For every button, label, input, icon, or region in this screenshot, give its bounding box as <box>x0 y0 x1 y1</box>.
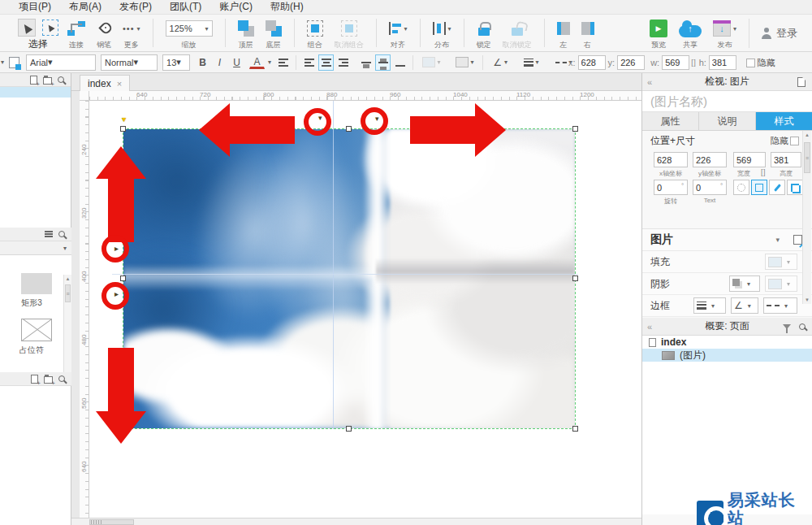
search-icon[interactable] <box>58 375 65 382</box>
search-icon[interactable] <box>58 231 65 237</box>
font-family-select[interactable]: Arial <box>26 54 96 71</box>
underline-button[interactable]: U <box>229 54 244 71</box>
resize-handle-w[interactable] <box>120 276 126 281</box>
resize-handle-ne[interactable] <box>572 126 578 132</box>
close-tab-icon[interactable]: × <box>117 79 122 89</box>
tab-properties[interactable]: 属性 <box>642 112 699 130</box>
zoom-select[interactable]: 125% <box>166 20 213 37</box>
valign-middle-button[interactable] <box>375 54 391 71</box>
scroll-up-icon[interactable]: ▲ <box>64 275 71 283</box>
x-input[interactable] <box>578 55 606 70</box>
group-button[interactable]: 组合 <box>301 15 329 51</box>
width-input[interactable] <box>662 55 689 70</box>
hide-checkbox[interactable] <box>746 59 755 67</box>
shadow-select[interactable] <box>729 276 760 292</box>
preview-button[interactable]: 预览 <box>644 15 673 52</box>
bounds-tool-button[interactable] <box>751 180 767 195</box>
y-input[interactable] <box>617 55 645 70</box>
background-color-button[interactable] <box>451 54 477 71</box>
bold-button[interactable]: B <box>195 54 210 71</box>
font-color-button[interactable]: A <box>249 55 265 69</box>
align-right-edge-button[interactable]: 右 <box>576 15 600 51</box>
link-wh-icon[interactable]: [ ] <box>761 168 765 176</box>
tab-notes[interactable]: 说明 <box>699 112 756 130</box>
bring-front-button[interactable]: 顶层 <box>232 15 260 51</box>
align-left-edge-button[interactable]: 左 <box>551 15 576 51</box>
italic-button[interactable]: I <box>212 54 227 71</box>
menu-item[interactable]: 项目(P) <box>10 0 60 14</box>
edit-image-button[interactable] <box>769 180 785 195</box>
login-button[interactable]: 登录 <box>756 15 802 52</box>
x-coordinate-input[interactable] <box>654 152 688 167</box>
menu-item[interactable]: 账户(C) <box>210 0 261 14</box>
connect-button[interactable]: 连接 <box>62 15 91 51</box>
scroll-down-icon[interactable]: ▼ <box>803 297 811 302</box>
outline-page-row[interactable]: index <box>642 336 812 349</box>
menu-item[interactable]: 团队(T) <box>161 0 210 14</box>
publish-button[interactable]: 发布 <box>707 15 742 52</box>
add-master-icon[interactable] <box>31 375 38 384</box>
align-text-left-button[interactable] <box>301 54 317 71</box>
align-text-right-button[interactable] <box>335 54 351 71</box>
rotate-tool-button[interactable] <box>733 180 749 195</box>
add-folder-icon[interactable] <box>43 77 52 85</box>
resize-handle-n[interactable] <box>346 126 352 132</box>
width-input[interactable] <box>733 152 766 167</box>
selected-page-row[interactable] <box>0 87 71 98</box>
distribute-button[interactable]: 分布 <box>427 15 457 51</box>
scroll-thumb[interactable] <box>65 284 71 302</box>
page-canvas[interactable]: ▾ ▾ ▾ ▸ ▸ <box>89 101 641 518</box>
add-folder-icon[interactable] <box>44 376 53 384</box>
horizontal-guide[interactable] <box>112 274 578 275</box>
edit-style-icon[interactable] <box>793 235 802 245</box>
widgets-scrollbar[interactable]: ▲ <box>63 275 71 380</box>
crop-button[interactable] <box>787 180 803 195</box>
vertical-guide[interactable] <box>333 101 334 429</box>
menu-icon[interactable] <box>45 231 53 237</box>
caret-down-icon[interactable] <box>268 59 271 66</box>
resize-handle-nw[interactable] <box>120 126 126 132</box>
tab-index[interactable]: index × <box>80 75 130 91</box>
horizontal-scrollbar[interactable] <box>71 518 641 525</box>
format-painter-icon[interactable] <box>9 57 19 68</box>
y-coordinate-input[interactable] <box>693 152 727 167</box>
placeholder-widget-thumbnail[interactable] <box>21 319 52 341</box>
pen-button[interactable]: 钢笔 <box>91 15 117 51</box>
tab-style[interactable]: 样式 <box>756 112 812 130</box>
rectangle-widget-thumbnail[interactable] <box>21 273 52 294</box>
widget-name-input[interactable] <box>642 94 812 108</box>
share-button[interactable]: 共享 <box>673 15 707 52</box>
border-width-select[interactable] <box>693 297 726 314</box>
menu-item[interactable]: 布局(A) <box>60 0 110 14</box>
widget-library-select[interactable] <box>0 241 71 255</box>
resize-handle-se[interactable] <box>572 426 578 432</box>
valign-bottom-button[interactable] <box>392 54 408 71</box>
search-icon[interactable] <box>58 76 64 83</box>
font-size-select[interactable]: 13 <box>162 54 190 71</box>
send-back-button[interactable]: 底层 <box>260 15 287 51</box>
menu-item[interactable]: 帮助(H) <box>261 0 313 14</box>
selected-image-widget[interactable] <box>123 129 575 428</box>
select-marquee-icon[interactable] <box>42 20 58 36</box>
valign-top-button[interactable] <box>358 54 374 71</box>
collapse-panel-icon[interactable] <box>647 322 652 332</box>
menu-item[interactable]: 发布(P) <box>110 0 161 14</box>
outline-image-row[interactable]: (图片) <box>642 349 812 362</box>
overflow-caret-icon[interactable] <box>1 59 4 66</box>
font-style-select[interactable]: Normal <box>101 54 158 71</box>
search-icon[interactable] <box>799 323 806 330</box>
resize-handle-s[interactable] <box>346 426 352 432</box>
filter-funnel-icon[interactable] <box>783 324 791 329</box>
more-button[interactable]: ••• 更多 <box>117 15 146 51</box>
collapse-panel-icon[interactable] <box>647 77 652 87</box>
height-input[interactable] <box>771 152 801 167</box>
scroll-thumb[interactable] <box>804 142 810 173</box>
link-wh-icon[interactable]: [ ] <box>691 59 695 67</box>
align-button[interactable]: 对齐 <box>383 15 413 51</box>
resize-handle-e[interactable] <box>572 276 578 281</box>
line-width-button[interactable] <box>518 54 544 71</box>
border-color-select[interactable] <box>731 297 758 314</box>
scroll-up-icon[interactable]: ▲ <box>803 132 811 137</box>
notes-doc-icon[interactable] <box>797 77 806 87</box>
add-page-icon[interactable] <box>30 76 37 85</box>
